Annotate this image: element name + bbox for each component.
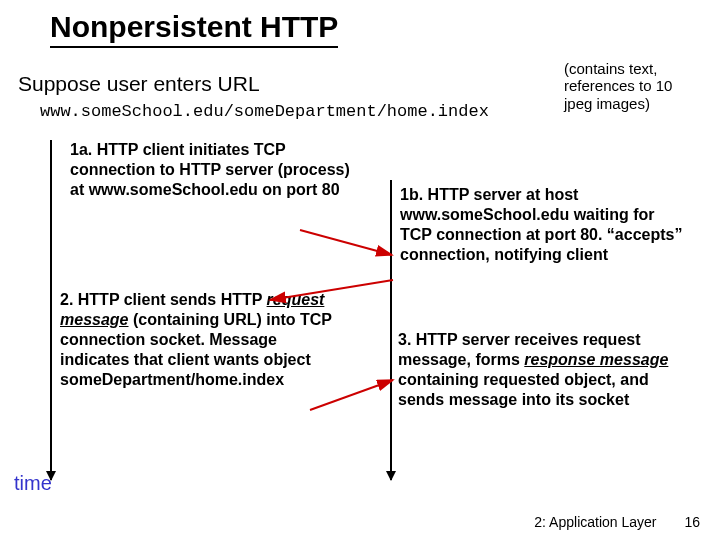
- step-3: 3. HTTP server receives request message,…: [398, 330, 698, 410]
- step-2: 2. HTTP client sends HTTP request messag…: [60, 290, 350, 390]
- suppose-line: Suppose user enters URL: [18, 72, 260, 96]
- step-3-rest: containing requested object, and sends m…: [398, 371, 649, 408]
- step-1b: 1b. HTTP server at host www.someSchool.e…: [400, 185, 690, 265]
- arrow-1a-to-1b: [300, 230, 392, 255]
- slide-footer: 2: Application Layer 16: [534, 514, 700, 530]
- step-1a: 1a. HTTP client initiates TCP connection…: [70, 140, 360, 200]
- step-3-term: response message: [524, 351, 668, 368]
- example-url: www.someSchool.edu/someDepartment/home.i…: [40, 102, 489, 121]
- step-2-num: 2.: [60, 291, 73, 308]
- footer-chapter: 2: Application Layer: [534, 514, 656, 530]
- step-2-bold: HTTP client sends HTTP: [73, 291, 266, 308]
- step-1a-text: HTTP client initiates TCP connection to …: [70, 141, 350, 198]
- step-3-num: 3.: [398, 331, 411, 348]
- url-sidenote: (contains text, references to 10 jpeg im…: [564, 60, 704, 112]
- step-1b-text: HTTP server at host www.someSchool.edu w…: [400, 186, 682, 263]
- footer-page: 16: [684, 514, 700, 530]
- slide-title: Nonpersistent HTTP: [50, 10, 338, 48]
- step-1b-num: 1b.: [400, 186, 423, 203]
- time-axis-right: [390, 180, 392, 480]
- time-label: time: [14, 472, 52, 495]
- time-axis-left: [50, 140, 52, 480]
- step-1a-num: 1a.: [70, 141, 92, 158]
